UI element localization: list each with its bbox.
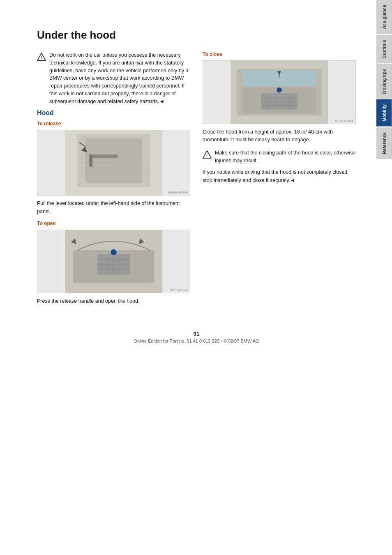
sidebar-tab-mobility[interactable]: Mobility	[376, 99, 392, 127]
col-left: ! Do not work on the car unless you poss…	[37, 51, 190, 310]
open-image: W9C1yAc0vA	[37, 230, 190, 293]
svg-text:!: !	[206, 153, 208, 158]
right-sidebar: At a glance Controls Driving tips Mobili…	[376, 0, 392, 555]
svg-point-20	[111, 249, 117, 256]
close-img-caption: 6C231z4034A	[335, 120, 353, 122]
sidebar-tab-reference-label: Reference	[382, 132, 387, 154]
page-wrapper: Under the hood ! Do not work on the car …	[0, 0, 392, 555]
open-subtitle: To open	[37, 221, 190, 226]
sidebar-tab-at-a-glance[interactable]: At a glance	[376, 0, 392, 34]
close-image: 6C231z4034A	[203, 60, 356, 124]
release-image: WW3M4zG1VA	[37, 130, 190, 196]
drive-warning-text: If you notice while driving that the hoo…	[203, 168, 356, 184]
close-warning-block: ! Make sure that the closing path of the…	[203, 149, 356, 165]
col-right: To close	[203, 51, 356, 310]
release-img-caption: WW3M4zG1VA	[168, 191, 188, 194]
release-caption: Pull the lever located under the left-ha…	[37, 200, 190, 216]
footer-text: Online Edition for Part no. 01 41 0 013 …	[37, 339, 356, 343]
sidebar-tab-controls-label: Controls	[382, 40, 387, 58]
svg-rect-5	[89, 155, 118, 158]
main-content: Under the hood ! Do not work on the car …	[0, 0, 376, 555]
page-footer: 91 Online Edition for Part no. 01 41 0 0…	[37, 327, 356, 343]
svg-text:!: !	[41, 55, 42, 60]
sidebar-tab-at-a-glance-label: At a glance	[382, 5, 387, 29]
sidebar-tab-driving-tips-label: Driving tips	[382, 69, 387, 94]
close-warning-text: Make sure that the closing path of the h…	[215, 149, 356, 165]
sidebar-tab-driving-tips[interactable]: Driving tips	[376, 64, 392, 99]
close-caption: Close the hood from a height of approx. …	[203, 128, 356, 144]
release-subtitle: To release	[37, 121, 190, 127]
main-warning-text: Do not work on the car unless you posses…	[49, 51, 190, 105]
open-caption: Press the release handle and open the ho…	[37, 297, 190, 305]
page-title: Under the hood	[37, 29, 356, 41]
sidebar-tab-reference[interactable]: Reference	[376, 127, 392, 159]
open-img-caption: W9C1yAc0vA	[170, 289, 188, 292]
sidebar-tab-controls[interactable]: Controls	[376, 35, 392, 63]
main-warning-block: ! Do not work on the car unless you poss…	[37, 51, 190, 105]
warning-icon-main: !	[37, 52, 46, 61]
two-col-layout: ! Do not work on the car unless you poss…	[37, 51, 356, 310]
svg-point-35	[277, 87, 282, 93]
page-number: 91	[37, 331, 356, 337]
hood-section-title: Hood	[37, 109, 190, 117]
svg-rect-4	[85, 138, 142, 183]
svg-rect-6	[89, 155, 92, 167]
sidebar-tab-mobility-label: Mobility	[382, 104, 387, 122]
close-subtitle: To close	[203, 51, 356, 57]
warning-icon-close: !	[203, 150, 212, 159]
